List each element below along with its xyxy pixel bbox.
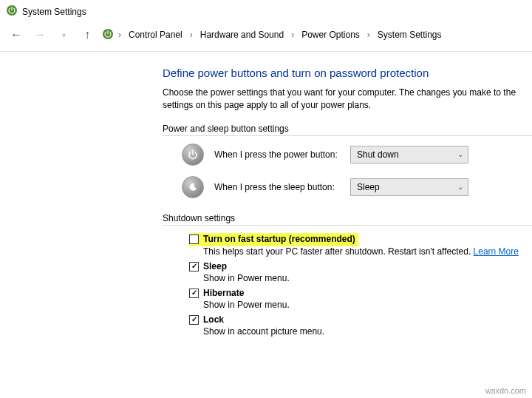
content-area: Define power buttons and turn on passwor… bbox=[0, 52, 532, 356]
breadcrumb-item[interactable]: Control Panel bbox=[126, 28, 185, 41]
titlebar: System Settings bbox=[0, 0, 532, 23]
recent-dropdown-icon[interactable]: ▾ bbox=[55, 26, 72, 44]
chevron-right-icon[interactable]: › bbox=[188, 30, 194, 40]
fast-startup-label: Turn on fast startup (recommended) bbox=[203, 234, 355, 244]
section-power-sleep-label: Power and sleep button settings bbox=[163, 124, 532, 136]
power-button-icon bbox=[182, 144, 204, 166]
page-description: Choose the power settings that you want … bbox=[163, 87, 532, 112]
hibernate-checkbox[interactable] bbox=[189, 289, 199, 298]
breadcrumb: › Control Panel › Hardware and Sound › P… bbox=[102, 28, 445, 42]
power-options-icon bbox=[6, 4, 18, 18]
power-button-row: When I press the power button: Shut down… bbox=[163, 144, 532, 166]
sleep-button-dropdown[interactable]: Sleep ⌄ bbox=[350, 178, 468, 196]
power-options-icon bbox=[102, 28, 114, 42]
chevron-right-icon[interactable]: › bbox=[290, 30, 296, 40]
navigation-bar: ← → ▾ ↑ › Control Panel › Hardware and S… bbox=[0, 23, 532, 52]
sleep-sub: Show in Power menu. bbox=[189, 273, 532, 283]
breadcrumb-item[interactable]: Power Options bbox=[299, 28, 363, 41]
hibernate-label: Hibernate bbox=[203, 288, 244, 298]
up-button[interactable]: ↑ bbox=[78, 26, 96, 44]
sleep-button-row: When I press the sleep button: Sleep ⌄ bbox=[163, 176, 532, 198]
chevron-right-icon[interactable]: › bbox=[366, 30, 372, 40]
section-shutdown-label: Shutdown settings bbox=[163, 213, 532, 226]
page-title: Define power buttons and turn on passwor… bbox=[163, 67, 532, 79]
forward-button: → bbox=[31, 26, 49, 44]
back-button[interactable]: ← bbox=[7, 26, 25, 44]
sleep-label: Sleep bbox=[203, 261, 227, 271]
dropdown-value: Sleep bbox=[357, 182, 380, 192]
power-button-dropdown[interactable]: Shut down ⌄ bbox=[350, 146, 468, 163]
chevron-right-icon[interactable]: › bbox=[117, 30, 123, 40]
sleep-checkbox[interactable] bbox=[189, 262, 199, 271]
learn-more-link[interactable]: Learn More bbox=[474, 246, 519, 257]
lock-sub: Show in account picture menu. bbox=[189, 326, 532, 337]
fast-startup-checkbox[interactable] bbox=[189, 235, 199, 244]
dropdown-value: Shut down bbox=[357, 149, 399, 160]
hibernate-sub: Show in Power menu. bbox=[189, 300, 532, 310]
highlight-fast-startup: Turn on fast startup (recommended) bbox=[189, 233, 358, 246]
sleep-button-icon bbox=[182, 176, 204, 198]
breadcrumb-item[interactable]: Hardware and Sound bbox=[197, 28, 287, 41]
chevron-down-icon: ⌄ bbox=[457, 183, 463, 191]
power-button-label: When I press the power button: bbox=[214, 149, 340, 160]
fast-startup-sub: This helps start your PC faster after sh… bbox=[189, 246, 532, 257]
sleep-button-label: When I press the sleep button: bbox=[214, 182, 340, 192]
chevron-down-icon: ⌄ bbox=[457, 150, 463, 158]
window-title: System Settings bbox=[22, 7, 86, 17]
lock-label: Lock bbox=[203, 314, 224, 325]
lock-checkbox[interactable] bbox=[189, 315, 199, 325]
breadcrumb-item[interactable]: System Settings bbox=[375, 28, 445, 41]
